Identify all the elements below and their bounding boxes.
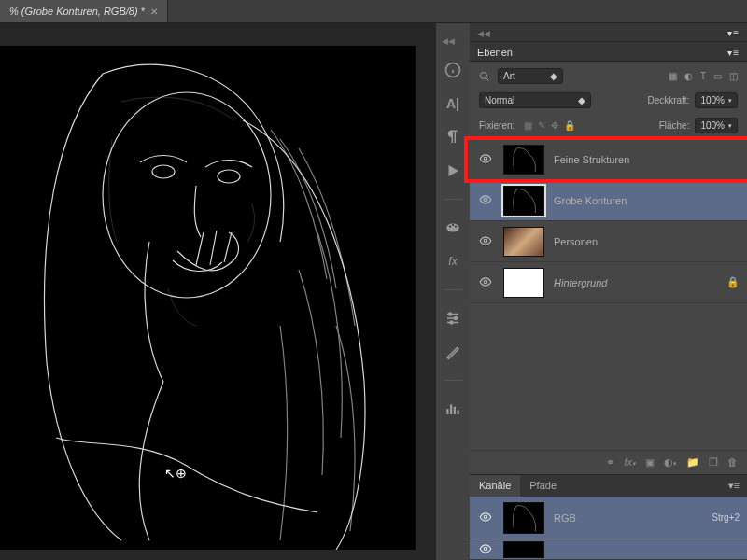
blend-mode-select[interactable]: Normal◆ [479,92,591,108]
svg-point-11 [455,225,457,227]
visibility-toggle[interactable] [477,542,494,557]
channels-panel-tabs: Kanäle Pfade ▾≡ [470,475,747,497]
character-icon[interactable]: A| [444,94,462,113]
layer-row[interactable]: Personen [470,221,747,262]
layer-mask-icon[interactable]: ▣ [645,456,655,469]
lock-label: Fixieren: [479,120,514,131]
group-icon[interactable]: 📁 [686,456,699,469]
visibility-toggle[interactable] [477,193,494,208]
layer-row[interactable]: Feine Strukturen [470,139,747,180]
tab-channels[interactable]: Kanäle [470,475,520,497]
histogram-icon[interactable] [444,399,462,418]
filter-pixel-icon[interactable]: ▦ [669,71,677,81]
channel-row[interactable]: RGB Strg+2 [470,497,747,539]
new-layer-icon[interactable]: ❐ [709,456,718,469]
visibility-toggle[interactable] [477,275,494,290]
svg-point-28 [484,515,487,519]
panel-menu-icon[interactable]: ▾≡ [727,28,740,38]
link-layers-icon[interactable]: ⚭ [606,456,614,469]
fill-label: Fläche: [659,120,690,131]
close-icon[interactable]: ✕ [150,7,158,17]
svg-line-23 [486,77,489,80]
channel-thumbnail[interactable] [503,502,544,534]
adjustments-icon[interactable] [444,309,462,328]
swatches-icon[interactable] [444,218,462,237]
document-tab-bar: % (Grobe Konturen, RGB/8) * ✕ [0,0,747,23]
layers-bottom-toolbar: ⚭ fx▾ ▣ ◐▾ 📁 ❐ 🗑 [470,450,747,474]
styles-icon[interactable]: fx [444,252,462,271]
document-tab-title: % (Grobe Konturen, RGB/8) * [9,6,145,17]
filter-smart-icon[interactable]: ◫ [729,71,738,81]
document-tab[interactable]: % (Grobe Konturen, RGB/8) * ✕ [0,0,168,22]
svg-point-27 [484,280,487,284]
svg-point-29 [484,547,487,551]
brush-icon[interactable] [444,343,462,361]
layer-filter-select[interactable]: Art◆ [498,68,563,84]
svg-point-22 [481,72,487,78]
adjustment-layer-icon[interactable]: ◐▾ [664,456,677,469]
svg-point-16 [455,317,458,320]
layers-panel-title: Ebenen [477,47,513,58]
svg-point-17 [450,321,453,324]
opacity-label: Deckkraft: [647,95,689,105]
svg-point-15 [449,313,452,315]
panel-menu-icon[interactable]: ▾≡ [727,48,740,58]
layer-fx-icon[interactable]: fx▾ [624,456,636,469]
lock-icon: 🔒 [726,276,740,288]
artwork-image [0,46,416,550]
layer-thumbnail[interactable] [503,186,544,216]
delete-layer-icon[interactable]: 🗑 [727,456,738,469]
search-icon [479,71,490,82]
layer-name: Personen [554,236,740,247]
opacity-input[interactable]: 100%▾ [695,92,738,108]
panel-menu-icon[interactable]: ▾≡ [721,475,747,497]
svg-point-10 [452,224,454,226]
lock-pixels-icon[interactable]: ✎ [538,120,545,131]
layer-name: Feine Strukturen [554,154,740,165]
layer-thumbnail[interactable] [503,268,544,298]
svg-point-24 [484,157,487,161]
channel-name: RGB [554,512,702,524]
lock-transparent-icon[interactable]: ▦ [524,120,532,131]
svg-rect-20 [454,407,456,414]
layer-name: Grobe Konturen [554,195,740,206]
svg-rect-19 [450,405,452,415]
fill-input[interactable]: 100%▾ [695,118,738,133]
channel-thumbnail[interactable] [503,541,544,558]
info-icon[interactable] [444,61,462,79]
play-icon[interactable] [444,161,462,180]
visibility-toggle[interactable] [477,511,494,525]
channel-shortcut: Strg+2 [712,512,740,523]
filter-type-icon[interactable]: T [700,71,706,81]
layer-name: Hintergrund [554,277,717,288]
svg-point-26 [484,239,487,243]
visibility-toggle[interactable] [477,152,494,167]
channel-row[interactable] [470,539,747,560]
layer-row[interactable]: Hintergrund 🔒 [470,262,747,303]
collapsed-panel-dock: ◀◀ A| fx [436,23,470,560]
filter-shape-icon[interactable]: ▭ [713,71,722,81]
lock-all-icon[interactable]: 🔒 [564,120,575,131]
svg-rect-18 [446,409,448,414]
svg-marker-7 [449,165,459,176]
paragraph-icon[interactable] [444,128,462,147]
layer-list: Feine Strukturen Grobe Konturen Personen… [470,139,747,303]
svg-rect-21 [458,411,459,415]
svg-point-9 [449,225,451,227]
svg-point-25 [484,198,487,202]
canvas[interactable]: ↖⊕ [0,23,436,560]
layer-thumbnail[interactable] [503,145,544,175]
lock-position-icon[interactable]: ✥ [551,120,558,131]
layers-panel-tab[interactable]: Ebenen ▾≡ [470,42,747,62]
layers-panel-header: ◀◀ ▾≡ [470,23,747,42]
tab-paths[interactable]: Pfade [520,475,566,497]
layer-row[interactable]: Grobe Konturen [470,180,747,221]
filter-adjust-icon[interactable]: ◐ [684,71,693,81]
visibility-toggle[interactable] [477,234,494,249]
svg-rect-0 [0,46,416,550]
layer-thumbnail[interactable] [503,227,544,257]
